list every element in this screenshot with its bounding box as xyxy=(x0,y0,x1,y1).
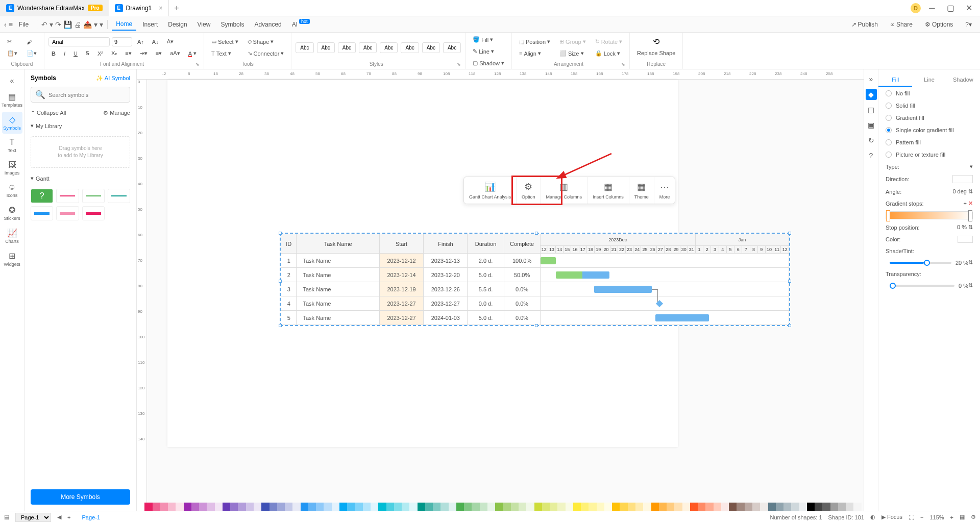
col-start[interactable]: Start xyxy=(379,234,423,254)
tab-home[interactable]: Home xyxy=(112,18,136,31)
close-button[interactable]: ✕ xyxy=(962,1,976,15)
arrangement-dialog-icon[interactable]: ⬊ xyxy=(621,62,625,67)
focus-toggle[interactable]: ▶ Focus xyxy=(881,514,902,520)
col-complete[interactable]: Complete xyxy=(504,234,540,254)
copy-icon[interactable]: 📋▾ xyxy=(4,48,20,58)
color-swatch[interactable] xyxy=(714,503,721,511)
superscript-icon[interactable]: X² xyxy=(94,49,106,58)
color-swatch[interactable] xyxy=(799,503,807,511)
case-icon[interactable]: aA▾ xyxy=(167,48,183,58)
manage-columns-button[interactable]: ▥Manage Columns xyxy=(541,177,588,204)
bullets-icon[interactable]: ≡▾ xyxy=(153,48,165,58)
font-color-icon[interactable]: A▾ xyxy=(185,48,200,58)
color-swatch[interactable] xyxy=(355,503,362,511)
styles-dialog-icon[interactable]: ⬊ xyxy=(457,62,461,67)
style-preset[interactable]: Abc xyxy=(380,42,398,53)
sidebar-stickers[interactable]: ✪Stickers xyxy=(2,202,22,224)
color-swatch[interactable] xyxy=(215,503,223,511)
color-swatch[interactable] xyxy=(737,503,744,511)
style-preset[interactable]: Abc xyxy=(359,42,377,53)
color-swatch[interactable] xyxy=(270,503,277,511)
underline-icon[interactable]: U xyxy=(70,49,81,58)
symbol-item[interactable] xyxy=(82,206,105,220)
hamburger-icon[interactable]: ≡ xyxy=(9,20,13,29)
color-swatch[interactable] xyxy=(137,503,144,511)
color-swatch[interactable] xyxy=(628,503,635,511)
symbol-item[interactable] xyxy=(31,206,53,220)
color-swatch[interactable] xyxy=(815,503,822,511)
opt-solidfill[interactable]: Solid fill xyxy=(878,99,980,112)
symbol-item[interactable] xyxy=(56,189,79,203)
color-swatch[interactable] xyxy=(495,503,503,511)
size-button[interactable]: ⬜ Size▾ xyxy=(556,48,589,58)
collapse-all-link[interactable]: ⌃ Collapse All xyxy=(31,110,66,116)
color-swatch[interactable] xyxy=(440,503,448,511)
color-swatch[interactable] xyxy=(324,503,331,511)
app-tab[interactable]: E Wondershare EdrawMax Pro xyxy=(0,0,109,16)
color-swatch[interactable] xyxy=(238,503,246,511)
format-icon[interactable]: ◆ xyxy=(866,89,877,100)
file-menu[interactable]: File xyxy=(15,19,33,30)
font-dialog-icon[interactable]: ⬊ xyxy=(195,62,200,67)
color-swatch[interactable] xyxy=(542,503,550,511)
grid-icon[interactable]: ▦ xyxy=(960,514,965,520)
color-swatch[interactable] xyxy=(682,503,690,511)
save-icon[interactable]: 💾 xyxy=(63,20,72,29)
close-tab-icon[interactable]: × xyxy=(159,5,162,12)
color-swatch[interactable] xyxy=(402,503,409,511)
remove-stop-icon[interactable]: ✕ xyxy=(968,200,973,206)
publish-button[interactable]: ↗ Publish xyxy=(847,19,882,30)
color-swatch[interactable] xyxy=(261,503,269,511)
color-swatch[interactable] xyxy=(246,503,254,511)
fill-button[interactable]: 🪣 Fill▾ xyxy=(470,35,507,44)
select-tool[interactable]: ▭ Select▾ xyxy=(208,37,241,46)
col-taskname[interactable]: Task Name xyxy=(297,234,379,254)
gradient-stop-2[interactable] xyxy=(968,210,972,221)
color-swatch[interactable] xyxy=(557,503,565,511)
insert-columns-button[interactable]: ▦Insert Columns xyxy=(587,177,629,204)
page-select[interactable]: Page-1 xyxy=(15,513,51,522)
color-swatch[interactable] xyxy=(776,503,783,511)
maximize-button[interactable]: ▢ xyxy=(943,1,958,15)
stoppos-stepper[interactable]: ⇅ xyxy=(968,224,973,230)
style-preset[interactable]: Abc xyxy=(296,42,313,53)
add-stop-icon[interactable]: + xyxy=(964,200,967,206)
gantt-section[interactable]: ▾ Gantt xyxy=(24,172,136,185)
sidebar-images[interactable]: 🖼Images xyxy=(2,157,22,179)
style-preset[interactable]: Abc xyxy=(338,42,356,53)
color-swatch[interactable] xyxy=(301,503,308,511)
color-swatch[interactable] xyxy=(807,503,815,511)
search-input[interactable] xyxy=(48,92,126,98)
undo-icon[interactable]: ↶ xyxy=(41,20,47,29)
share-button[interactable]: ∝ Share xyxy=(886,19,917,30)
tab-fill[interactable]: Fill xyxy=(878,73,912,87)
color-swatch[interactable] xyxy=(472,503,479,511)
tab-line[interactable]: Line xyxy=(912,73,946,87)
gantt-row[interactable]: 5Task Name2023-12-272024-01-035.0 d.0.0% xyxy=(281,311,789,325)
add-page-icon[interactable]: + xyxy=(67,514,70,520)
color-swatch[interactable] xyxy=(643,503,651,511)
gantt-row[interactable]: 4Task Name2023-12-272023-12-270.0 d.0.0% xyxy=(281,296,789,311)
sidebar-templates[interactable]: ▤Templates xyxy=(2,89,22,111)
transparency-slider[interactable] xyxy=(890,285,954,287)
tab-view[interactable]: View xyxy=(193,19,215,30)
page-tab-1[interactable]: Page-1 xyxy=(77,513,105,521)
color-swatch[interactable] xyxy=(347,503,355,511)
gantt-chart[interactable]: ID Task Name Start Finish Duration Compl… xyxy=(280,233,790,326)
sidebar-symbols[interactable]: ◇Symbols xyxy=(2,112,22,134)
color-swatch[interactable] xyxy=(573,503,581,511)
color-swatch[interactable] xyxy=(822,503,830,511)
theme-button[interactable]: ▦Theme xyxy=(629,177,654,204)
color-swatch[interactable] xyxy=(503,503,510,511)
tab-shadow[interactable]: Shadow xyxy=(946,73,980,87)
color-swatch[interactable] xyxy=(223,503,230,511)
cut-icon[interactable]: ✂ xyxy=(4,37,20,46)
options-button[interactable]: ⚙ Options xyxy=(921,19,957,30)
export-dropdown-icon[interactable]: ▾ xyxy=(94,20,97,29)
color-swatch[interactable] xyxy=(480,503,487,511)
color-swatch[interactable] xyxy=(425,503,433,511)
tab-insert[interactable]: Insert xyxy=(138,19,162,30)
symbol-item[interactable] xyxy=(82,189,105,203)
redo-icon[interactable]: ↷ xyxy=(55,20,61,29)
color-swatch[interactable] xyxy=(199,503,207,511)
